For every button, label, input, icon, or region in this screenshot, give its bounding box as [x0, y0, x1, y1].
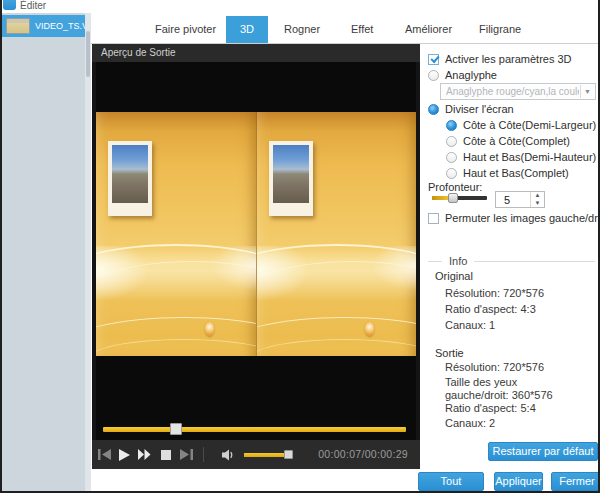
restore-default-button[interactable]: Restaurer par défaut: [488, 442, 598, 461]
video-frame: [96, 112, 416, 356]
volume-icon[interactable]: [222, 448, 238, 461]
tab-filigrane[interactable]: Filigrane: [479, 16, 521, 43]
sidebar-scrollbar[interactable]: [85, 13, 91, 491]
split-screen-label: Diviser l'écran: [445, 103, 514, 115]
play-button[interactable]: [119, 448, 135, 461]
top-bottom-full-row[interactable]: Haut et Bas(Complet): [446, 166, 569, 180]
seek-bar[interactable]: [103, 427, 406, 432]
time-display: 00:00:07/00:00:29: [318, 440, 408, 469]
side-by-side-full-radio[interactable]: [446, 136, 457, 147]
depth-label-row: Profonteur:: [428, 180, 482, 194]
split-screen-row[interactable]: Diviser l'écran: [428, 102, 514, 116]
sidebar-item-video[interactable]: VIDEO_TS.V...: [2, 15, 88, 37]
preview-panel: Aperçu de Sortie: [92, 44, 420, 469]
small-lamp: [205, 322, 214, 336]
small-lamp: [365, 322, 374, 336]
depth-value: 5: [504, 193, 510, 207]
spinner-up-icon[interactable]: ▲: [531, 192, 544, 200]
preview-title: Aperçu de Sortie: [92, 44, 420, 62]
volume-slider[interactable]: [244, 453, 288, 457]
sidebar-scrollbar-thumb[interactable]: [86, 31, 90, 77]
depth-spinner[interactable]: 5 ▲ ▼: [495, 191, 545, 208]
restore-all-button[interactable]: Tout Restaurer: [418, 472, 484, 491]
top-bottom-full-radio[interactable]: [446, 168, 457, 179]
info-group-title: Info: [442, 255, 474, 267]
top-bottom-full-label: Haut et Bas(Complet): [463, 167, 569, 179]
tab-ameliorer[interactable]: Améliorer: [405, 16, 452, 43]
depth-slider[interactable]: [432, 196, 487, 200]
output-eye-size: Taille des yeux gauche/droit: 360*576: [445, 376, 580, 402]
output-section-title: Sortie: [435, 347, 464, 359]
side-by-side-half-radio[interactable]: [446, 120, 457, 131]
side-by-side-full-row[interactable]: Côte à Côte(Complet): [446, 134, 570, 148]
close-button[interactable]: Fermer: [551, 472, 600, 491]
spinner-arrows: ▲ ▼: [530, 192, 544, 207]
swap-images-checkbox[interactable]: [428, 213, 439, 224]
window-border-left: [0, 0, 2, 493]
player-controls: 00:00:07/00:00:29: [92, 440, 420, 469]
tab-faire-pivoter[interactable]: Faire pivoter: [155, 16, 216, 43]
video-right-eye: [256, 112, 416, 356]
anaglyph-preset-dropdown[interactable]: Anaglyphe rouge/cyan,la couleur p ▼: [440, 83, 596, 100]
original-resolution: Résolution: 720*576: [445, 287, 544, 299]
split-screen-radio[interactable]: [428, 104, 439, 115]
controls-separator: [203, 447, 204, 462]
video-area: [96, 62, 416, 440]
app-icon: [3, 0, 16, 10]
chevron-down-icon: ▼: [580, 85, 594, 98]
seek-handle[interactable]: [170, 423, 182, 435]
tab-rogner[interactable]: Rogner: [284, 16, 320, 43]
anaglyph-row[interactable]: Anaglyphe: [428, 68, 497, 82]
original-section-title: Original: [435, 270, 473, 282]
video-left-eye: [96, 112, 256, 356]
top-bottom-half-row[interactable]: Haut et Bas(Demi-Hauteur): [446, 150, 596, 164]
anaglyph-radio[interactable]: [428, 70, 439, 81]
enable-3d-row[interactable]: Activer les paramètres 3D: [428, 52, 572, 66]
tab-effet[interactable]: Effet: [351, 16, 373, 43]
landscape-photo: [273, 145, 309, 203]
spinner-down-icon[interactable]: ▼: [531, 200, 544, 208]
landscape-photo: [112, 145, 148, 203]
3d-settings-panel: Activer les paramètres 3D Anaglyphe Anag…: [420, 44, 600, 469]
depth-label: Profonteur:: [428, 181, 482, 193]
apply-button[interactable]: Appliquer: [494, 472, 543, 491]
tab-bar: Faire pivoter 3D Rogner Effet Améliorer …: [91, 13, 600, 44]
side-by-side-half-label: Côte à Côte(Demi-Largeur): [463, 119, 596, 131]
original-channels: Canaux: 1: [445, 319, 495, 331]
stop-button[interactable]: [161, 448, 177, 461]
anaglyph-label: Anaglyphe: [445, 69, 497, 81]
volume-handle[interactable]: [284, 450, 293, 459]
sidebar: VIDEO_TS.V...: [0, 13, 91, 491]
prev-frame-button[interactable]: [98, 448, 114, 461]
side-by-side-half-row[interactable]: Côte à Côte(Demi-Largeur): [446, 118, 596, 132]
output-resolution: Résolution: 720*576: [445, 361, 544, 373]
sidebar-item-label: VIDEO_TS.V...: [35, 21, 88, 31]
photo-frame: [269, 141, 313, 216]
original-aspect-ratio: Ratio d'aspect: 4:3: [445, 303, 536, 315]
side-by-side-full-label: Côte à Côte(Complet): [463, 135, 570, 147]
photo-frame: [108, 141, 152, 216]
top-bottom-half-label: Haut et Bas(Demi-Hauteur): [463, 151, 596, 163]
fast-forward-button[interactable]: [138, 448, 154, 461]
enable-3d-label: Activer les paramètres 3D: [445, 53, 572, 65]
enable-3d-checkbox[interactable]: [428, 54, 439, 65]
anaglyph-preset-value: Anaglyphe rouge/cyan,la couleur p: [446, 85, 579, 99]
title-bar: Éditer: [0, 0, 600, 13]
output-aspect-ratio: Ratio d'aspect: 5:4: [445, 402, 536, 414]
output-channels: Canaux: 2: [445, 417, 495, 429]
swap-images-label: Permuter les images gauche/droite: [445, 212, 600, 224]
top-bottom-half-radio[interactable]: [446, 152, 457, 163]
edit-dialog: Éditer VIDEO_TS.V... Faire pivoter 3D Ro…: [0, 0, 600, 493]
next-frame-button[interactable]: [180, 448, 196, 461]
swap-images-row[interactable]: Permuter les images gauche/droite: [428, 211, 600, 225]
depth-slider-handle[interactable]: [448, 193, 458, 203]
tab-3d[interactable]: 3D: [226, 16, 268, 43]
window-title: Éditer: [20, 0, 46, 12]
video-thumbnail: [6, 18, 30, 34]
